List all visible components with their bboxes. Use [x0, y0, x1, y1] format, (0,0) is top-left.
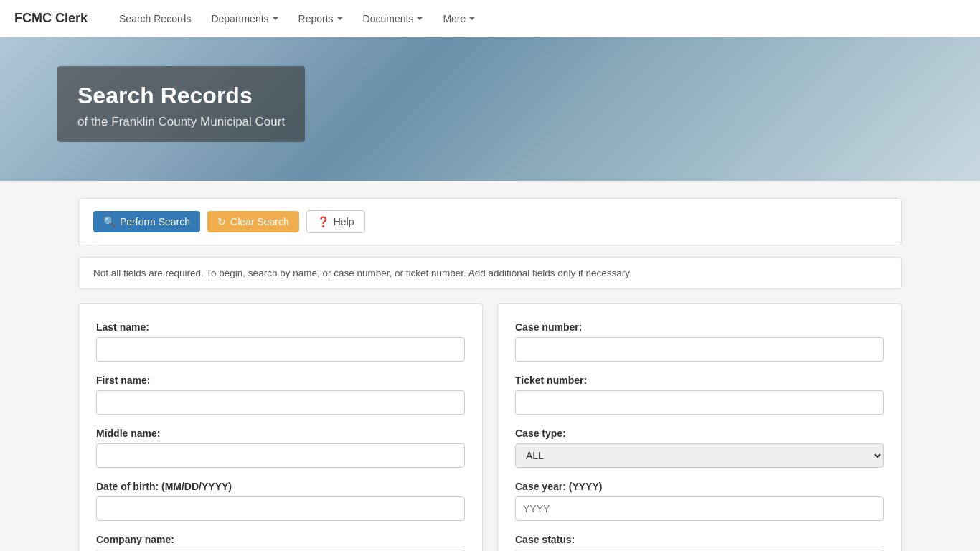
right-panel: Case number: Ticket number: Case type: A… — [497, 303, 902, 551]
perform-search-button[interactable]: 🔍 Perform Search — [93, 211, 200, 232]
left-panel: Last name: First name: Middle name: Date… — [78, 303, 483, 551]
case-year-label: Case year: (YYYY) — [515, 481, 884, 492]
middle-name-group: Middle name: — [96, 428, 465, 468]
case-year-group: Case year: (YYYY) — [515, 481, 884, 521]
middle-name-input[interactable] — [96, 443, 465, 468]
first-name-input[interactable] — [96, 390, 465, 415]
case-status-group: Case status: — [515, 534, 884, 551]
form-grid: Last name: First name: Middle name: Date… — [78, 303, 902, 551]
info-box: Not all fields are required. To begin, s… — [78, 257, 902, 289]
case-number-group: Case number: — [515, 321, 884, 362]
first-name-group: First name: — [96, 375, 465, 415]
help-icon: ❓ — [317, 216, 329, 227]
refresh-icon: ↻ — [217, 216, 226, 227]
middle-name-label: Middle name: — [96, 428, 465, 439]
last-name-group: Last name: — [96, 321, 465, 362]
case-number-label: Case number: — [515, 321, 884, 333]
nav-item-search-records[interactable]: Search Records — [109, 0, 201, 37]
hero-title: Search Records — [77, 82, 285, 109]
case-type-label: Case type: — [515, 428, 884, 439]
chevron-down-icon — [417, 17, 423, 20]
nav-item-reports[interactable]: Reports — [288, 0, 353, 37]
search-toolbar: 🔍 Perform Search ↻ Clear Search ❓ Help — [78, 198, 902, 245]
search-icon: 🔍 — [103, 216, 116, 227]
company-name-group: Company name: — [96, 534, 465, 551]
nav-item-more[interactable]: More — [433, 0, 485, 37]
hero-banner: Search Records of the Franklin County Mu… — [0, 37, 980, 181]
case-number-input[interactable] — [515, 337, 884, 362]
hero-subtitle: of the Franklin County Municipal Court — [77, 115, 285, 129]
chevron-down-icon — [337, 17, 343, 20]
brand-logo[interactable]: FCMC Clerk — [14, 11, 88, 26]
case-type-select[interactable]: ALL Civil Criminal Traffic — [515, 443, 884, 468]
last-name-input[interactable] — [96, 337, 465, 362]
company-name-label: Company name: — [96, 534, 465, 545]
clear-search-button[interactable]: ↻ Clear Search — [207, 211, 299, 232]
case-year-input[interactable] — [515, 496, 884, 521]
help-button[interactable]: ❓ Help — [306, 210, 365, 233]
chevron-down-icon — [273, 17, 278, 20]
dob-input[interactable] — [96, 496, 465, 521]
case-type-group: Case type: ALL Civil Criminal Traffic — [515, 428, 884, 468]
first-name-label: First name: — [96, 375, 465, 386]
navbar: FCMC Clerk Search Records Departments Re… — [0, 0, 980, 37]
main-content: 🔍 Perform Search ↻ Clear Search ❓ Help N… — [67, 181, 913, 551]
last-name-label: Last name: — [96, 321, 465, 333]
ticket-number-label: Ticket number: — [515, 375, 884, 386]
nav-item-documents[interactable]: Documents — [353, 0, 433, 37]
nav-item-departments[interactable]: Departments — [201, 0, 288, 37]
dob-label: Date of birth: (MM/DD/YYYY) — [96, 481, 465, 492]
ticket-number-input[interactable] — [515, 390, 884, 415]
dob-group: Date of birth: (MM/DD/YYYY) — [96, 481, 465, 521]
ticket-number-group: Ticket number: — [515, 375, 884, 415]
chevron-down-icon — [469, 17, 475, 20]
nav-menu: Search Records Departments Reports Docum… — [109, 0, 485, 37]
case-status-label: Case status: — [515, 534, 884, 545]
hero-overlay: Search Records of the Franklin County Mu… — [57, 66, 305, 142]
